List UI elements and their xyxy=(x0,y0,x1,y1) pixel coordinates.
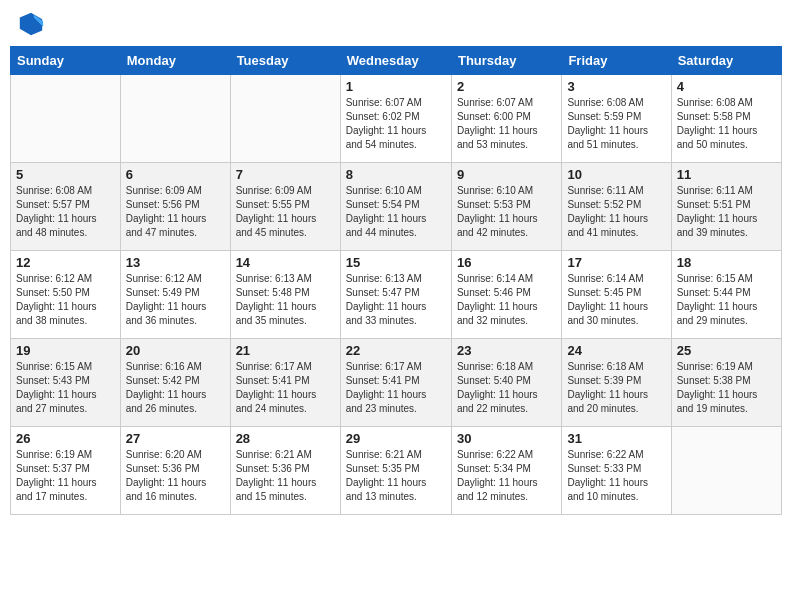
day-info: Sunrise: 6:11 AM Sunset: 5:52 PM Dayligh… xyxy=(567,184,665,240)
day-info: Sunrise: 6:18 AM Sunset: 5:40 PM Dayligh… xyxy=(457,360,556,416)
calendar-cell: 15Sunrise: 6:13 AM Sunset: 5:47 PM Dayli… xyxy=(340,251,451,339)
day-number: 14 xyxy=(236,255,335,270)
day-info: Sunrise: 6:07 AM Sunset: 6:00 PM Dayligh… xyxy=(457,96,556,152)
calendar-header-monday: Monday xyxy=(120,47,230,75)
calendar-cell: 1Sunrise: 6:07 AM Sunset: 6:02 PM Daylig… xyxy=(340,75,451,163)
calendar-cell: 31Sunrise: 6:22 AM Sunset: 5:33 PM Dayli… xyxy=(562,427,671,515)
day-number: 21 xyxy=(236,343,335,358)
calendar-header-friday: Friday xyxy=(562,47,671,75)
day-info: Sunrise: 6:12 AM Sunset: 5:50 PM Dayligh… xyxy=(16,272,115,328)
calendar-header-tuesday: Tuesday xyxy=(230,47,340,75)
day-info: Sunrise: 6:14 AM Sunset: 5:46 PM Dayligh… xyxy=(457,272,556,328)
day-info: Sunrise: 6:21 AM Sunset: 5:36 PM Dayligh… xyxy=(236,448,335,504)
day-number: 10 xyxy=(567,167,665,182)
calendar-cell: 5Sunrise: 6:08 AM Sunset: 5:57 PM Daylig… xyxy=(11,163,121,251)
day-number: 24 xyxy=(567,343,665,358)
calendar-cell xyxy=(11,75,121,163)
day-info: Sunrise: 6:10 AM Sunset: 5:53 PM Dayligh… xyxy=(457,184,556,240)
calendar-cell: 25Sunrise: 6:19 AM Sunset: 5:38 PM Dayli… xyxy=(671,339,781,427)
day-info: Sunrise: 6:07 AM Sunset: 6:02 PM Dayligh… xyxy=(346,96,446,152)
calendar-cell: 18Sunrise: 6:15 AM Sunset: 5:44 PM Dayli… xyxy=(671,251,781,339)
day-number: 20 xyxy=(126,343,225,358)
calendar-cell: 24Sunrise: 6:18 AM Sunset: 5:39 PM Dayli… xyxy=(562,339,671,427)
calendar-cell: 27Sunrise: 6:20 AM Sunset: 5:36 PM Dayli… xyxy=(120,427,230,515)
day-info: Sunrise: 6:18 AM Sunset: 5:39 PM Dayligh… xyxy=(567,360,665,416)
calendar-header-wednesday: Wednesday xyxy=(340,47,451,75)
calendar-cell: 17Sunrise: 6:14 AM Sunset: 5:45 PM Dayli… xyxy=(562,251,671,339)
day-number: 23 xyxy=(457,343,556,358)
calendar-cell: 13Sunrise: 6:12 AM Sunset: 5:49 PM Dayli… xyxy=(120,251,230,339)
calendar-week-row: 19Sunrise: 6:15 AM Sunset: 5:43 PM Dayli… xyxy=(11,339,782,427)
calendar-cell: 23Sunrise: 6:18 AM Sunset: 5:40 PM Dayli… xyxy=(451,339,561,427)
day-number: 29 xyxy=(346,431,446,446)
calendar-cell: 4Sunrise: 6:08 AM Sunset: 5:58 PM Daylig… xyxy=(671,75,781,163)
day-number: 25 xyxy=(677,343,776,358)
calendar-cell: 21Sunrise: 6:17 AM Sunset: 5:41 PM Dayli… xyxy=(230,339,340,427)
day-info: Sunrise: 6:09 AM Sunset: 5:55 PM Dayligh… xyxy=(236,184,335,240)
day-info: Sunrise: 6:22 AM Sunset: 5:33 PM Dayligh… xyxy=(567,448,665,504)
page-header xyxy=(10,10,782,38)
calendar-cell: 30Sunrise: 6:22 AM Sunset: 5:34 PM Dayli… xyxy=(451,427,561,515)
calendar-header-sunday: Sunday xyxy=(11,47,121,75)
day-info: Sunrise: 6:15 AM Sunset: 5:44 PM Dayligh… xyxy=(677,272,776,328)
calendar-header-saturday: Saturday xyxy=(671,47,781,75)
calendar-table: SundayMondayTuesdayWednesdayThursdayFrid… xyxy=(10,46,782,515)
day-info: Sunrise: 6:16 AM Sunset: 5:42 PM Dayligh… xyxy=(126,360,225,416)
calendar-cell: 20Sunrise: 6:16 AM Sunset: 5:42 PM Dayli… xyxy=(120,339,230,427)
calendar-cell: 8Sunrise: 6:10 AM Sunset: 5:54 PM Daylig… xyxy=(340,163,451,251)
day-info: Sunrise: 6:14 AM Sunset: 5:45 PM Dayligh… xyxy=(567,272,665,328)
calendar-cell: 11Sunrise: 6:11 AM Sunset: 5:51 PM Dayli… xyxy=(671,163,781,251)
day-number: 1 xyxy=(346,79,446,94)
day-number: 5 xyxy=(16,167,115,182)
day-info: Sunrise: 6:17 AM Sunset: 5:41 PM Dayligh… xyxy=(236,360,335,416)
day-number: 9 xyxy=(457,167,556,182)
calendar-week-row: 1Sunrise: 6:07 AM Sunset: 6:02 PM Daylig… xyxy=(11,75,782,163)
calendar-cell: 19Sunrise: 6:15 AM Sunset: 5:43 PM Dayli… xyxy=(11,339,121,427)
calendar-cell: 10Sunrise: 6:11 AM Sunset: 5:52 PM Dayli… xyxy=(562,163,671,251)
day-number: 4 xyxy=(677,79,776,94)
calendar-cell: 3Sunrise: 6:08 AM Sunset: 5:59 PM Daylig… xyxy=(562,75,671,163)
calendar-cell: 14Sunrise: 6:13 AM Sunset: 5:48 PM Dayli… xyxy=(230,251,340,339)
day-info: Sunrise: 6:08 AM Sunset: 5:59 PM Dayligh… xyxy=(567,96,665,152)
day-info: Sunrise: 6:13 AM Sunset: 5:47 PM Dayligh… xyxy=(346,272,446,328)
calendar-week-row: 26Sunrise: 6:19 AM Sunset: 5:37 PM Dayli… xyxy=(11,427,782,515)
day-number: 8 xyxy=(346,167,446,182)
day-number: 3 xyxy=(567,79,665,94)
calendar-header-thursday: Thursday xyxy=(451,47,561,75)
calendar-cell: 9Sunrise: 6:10 AM Sunset: 5:53 PM Daylig… xyxy=(451,163,561,251)
day-number: 15 xyxy=(346,255,446,270)
day-info: Sunrise: 6:12 AM Sunset: 5:49 PM Dayligh… xyxy=(126,272,225,328)
calendar-cell: 26Sunrise: 6:19 AM Sunset: 5:37 PM Dayli… xyxy=(11,427,121,515)
day-info: Sunrise: 6:19 AM Sunset: 5:38 PM Dayligh… xyxy=(677,360,776,416)
logo xyxy=(15,10,45,38)
calendar-cell: 12Sunrise: 6:12 AM Sunset: 5:50 PM Dayli… xyxy=(11,251,121,339)
day-info: Sunrise: 6:15 AM Sunset: 5:43 PM Dayligh… xyxy=(16,360,115,416)
day-info: Sunrise: 6:17 AM Sunset: 5:41 PM Dayligh… xyxy=(346,360,446,416)
day-info: Sunrise: 6:13 AM Sunset: 5:48 PM Dayligh… xyxy=(236,272,335,328)
calendar-cell: 7Sunrise: 6:09 AM Sunset: 5:55 PM Daylig… xyxy=(230,163,340,251)
logo-icon xyxy=(17,10,45,38)
day-info: Sunrise: 6:21 AM Sunset: 5:35 PM Dayligh… xyxy=(346,448,446,504)
day-number: 28 xyxy=(236,431,335,446)
day-number: 27 xyxy=(126,431,225,446)
day-number: 17 xyxy=(567,255,665,270)
day-number: 31 xyxy=(567,431,665,446)
day-number: 19 xyxy=(16,343,115,358)
day-number: 7 xyxy=(236,167,335,182)
day-number: 22 xyxy=(346,343,446,358)
calendar-cell: 29Sunrise: 6:21 AM Sunset: 5:35 PM Dayli… xyxy=(340,427,451,515)
calendar-week-row: 5Sunrise: 6:08 AM Sunset: 5:57 PM Daylig… xyxy=(11,163,782,251)
calendar-cell: 22Sunrise: 6:17 AM Sunset: 5:41 PM Dayli… xyxy=(340,339,451,427)
calendar-cell: 6Sunrise: 6:09 AM Sunset: 5:56 PM Daylig… xyxy=(120,163,230,251)
day-info: Sunrise: 6:20 AM Sunset: 5:36 PM Dayligh… xyxy=(126,448,225,504)
day-number: 13 xyxy=(126,255,225,270)
day-info: Sunrise: 6:10 AM Sunset: 5:54 PM Dayligh… xyxy=(346,184,446,240)
calendar-cell: 2Sunrise: 6:07 AM Sunset: 6:00 PM Daylig… xyxy=(451,75,561,163)
svg-marker-0 xyxy=(20,13,42,35)
day-info: Sunrise: 6:08 AM Sunset: 5:57 PM Dayligh… xyxy=(16,184,115,240)
day-number: 2 xyxy=(457,79,556,94)
day-info: Sunrise: 6:09 AM Sunset: 5:56 PM Dayligh… xyxy=(126,184,225,240)
day-info: Sunrise: 6:08 AM Sunset: 5:58 PM Dayligh… xyxy=(677,96,776,152)
day-info: Sunrise: 6:22 AM Sunset: 5:34 PM Dayligh… xyxy=(457,448,556,504)
calendar-cell xyxy=(230,75,340,163)
